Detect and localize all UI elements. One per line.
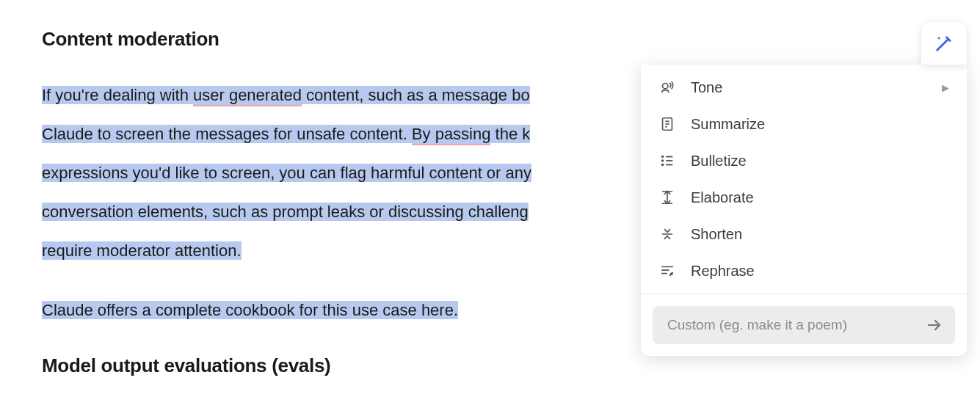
magic-wand-icon [934, 33, 954, 54]
menu-item-tone[interactable]: Tone ▶ [641, 69, 967, 106]
menu-item-shorten[interactable]: Shorten [641, 216, 967, 252]
summarize-icon [658, 115, 676, 133]
rephrase-icon [658, 262, 676, 280]
custom-prompt-field[interactable] [653, 306, 955, 344]
svg-point-7 [662, 160, 664, 161]
menu-label: Elaborate [691, 189, 949, 206]
svg-point-0 [663, 84, 668, 89]
bulletize-icon [658, 152, 676, 170]
submit-arrow-icon[interactable] [926, 316, 943, 334]
menu-label: Rephrase [691, 263, 949, 280]
chevron-right-icon: ▶ [942, 82, 949, 93]
custom-prompt-input[interactable] [667, 317, 926, 333]
ai-assist-trigger[interactable] [921, 22, 967, 65]
menu-item-summarize[interactable]: Summarize [641, 106, 967, 142]
shorten-icon [658, 225, 676, 243]
menu-item-bulletize[interactable]: Bulletize [641, 142, 967, 179]
svg-point-9 [662, 164, 664, 166]
menu-label: Shorten [691, 226, 949, 243]
menu-label: Summarize [691, 116, 949, 133]
menu-item-elaborate[interactable]: Elaborate [641, 179, 967, 216]
menu-label: Bulletize [691, 153, 949, 170]
tone-icon [658, 79, 676, 96]
custom-prompt-row [641, 294, 967, 356]
elaborate-icon [658, 189, 676, 206]
heading-evals: Model output evaluations (evals) [42, 354, 980, 377]
ai-assist-menu: Tone ▶ Summarize Bulletize [641, 65, 967, 356]
menu-item-rephrase[interactable]: Rephrase [641, 252, 967, 289]
heading-content-moderation: Content moderation [42, 28, 980, 51]
svg-point-5 [662, 156, 664, 158]
menu-label: Tone [691, 79, 927, 96]
